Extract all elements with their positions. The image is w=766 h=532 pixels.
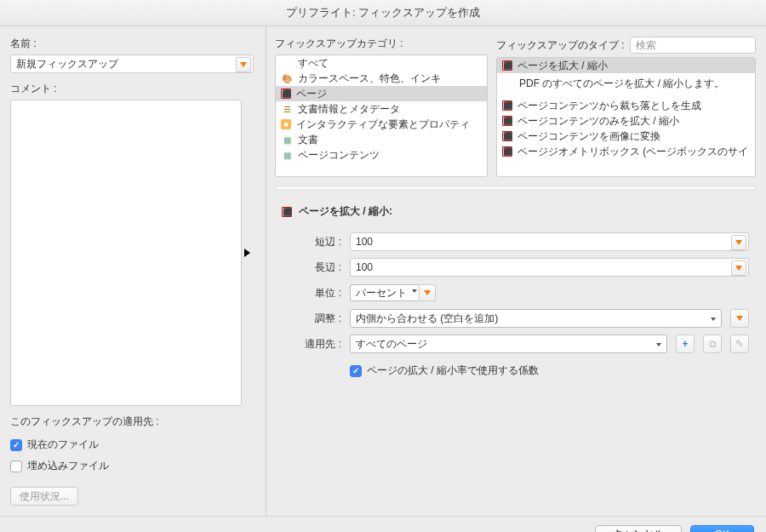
checkbox-icon [350,365,362,377]
category-list[interactable]: すべて 🎨カラースペース、特色、インキ ⬛ページ ☰文書情報とメタデータ ■イン… [275,54,488,177]
chevron-down-icon[interactable] [730,309,749,328]
pdf-icon: ⬛ [281,89,291,99]
pdf-icon: ⬛ [282,207,292,217]
caret-icon [412,289,417,293]
svg-marker-7 [424,290,431,295]
list-item[interactable]: ⬛ページコンテンツのみを拡大 / 縮小 [497,113,755,129]
svg-marker-5 [735,240,742,245]
name-value: 新規フィックスアップ [16,57,118,72]
apply-to-label: このフィックスアップの適用先 : [10,415,254,429]
list-item[interactable]: すべて [276,55,487,71]
checkbox-embedded-file[interactable]: 埋め込みファイル [10,459,254,473]
unit-dropdown[interactable]: パーセント [350,283,436,302]
svg-marker-1 [244,249,250,257]
checkbox-current-file[interactable]: 現在のファイル [10,438,254,452]
short-edge-label: 短辺 : [299,235,341,249]
divider-handle[interactable] [275,184,756,192]
name-dropdown[interactable]: 新規フィックスアップ [10,54,254,73]
page-content-icon: ▦ [281,149,293,161]
usage-button[interactable]: 使用状況... [10,487,78,506]
list-item[interactable]: ☰文書情報とメタデータ [276,101,487,117]
copy-button: ⧉ [703,335,722,353]
unit-label: 単位 : [299,286,341,300]
short-edge-input[interactable]: 100 [350,232,749,251]
window-title: プリフライト: フィックスアップを作成 [0,0,766,26]
comment-textarea[interactable] [10,100,242,406]
list-item[interactable]: ⬛ページジオメトリボックス (ページボックスのサイ [497,144,755,159]
chevron-down-icon[interactable] [419,284,436,301]
chevron-down-icon[interactable] [731,260,746,276]
category-label: フィックスアップカテゴリ : [275,37,488,51]
cancel-button[interactable]: キャンセル [595,525,682,533]
list-item[interactable]: ▦文書 [276,132,487,147]
list-item[interactable]: ⬛ページコンテンツから裁ち落としを生成 [497,98,755,113]
add-button[interactable]: + [676,335,695,353]
type-label: フィックスアップのタイプ : [496,38,625,53]
interactive-icon: ■ [281,119,291,129]
list-item[interactable]: ▦ページコンテンツ [276,147,487,163]
all-icon [281,57,293,69]
edit-button: ✎ [730,335,749,353]
form-title: ページを拡大 / 縮小: [299,204,392,219]
pdf-icon: ⬛ [502,100,512,111]
document-icon: ▦ [281,134,293,146]
apply-to-label: 適用先 : [299,337,341,352]
pdf-icon: ⬛ [502,116,512,126]
pdf-icon: ⬛ [502,60,512,71]
type-list[interactable]: ⬛ページを拡大 / 縮小 PDF のすべてのページを拡大 / 縮小します。 ⬛ペ… [496,57,756,177]
svg-marker-8 [736,316,743,321]
adjust-dropdown[interactable]: 内側から合わせる (空白を追加) [350,309,722,328]
list-item[interactable]: ⬛ページ [276,86,487,101]
long-edge-input[interactable]: 100 [350,258,749,277]
expand-icon[interactable] [242,247,254,259]
metadata-icon: ☰ [281,103,293,115]
pdf-icon: ⬛ [502,131,512,141]
adjust-label: 調整 : [299,312,341,326]
chevron-down-icon[interactable] [236,57,251,72]
list-item[interactable]: 🎨カラースペース、特色、インキ [276,71,487,86]
pdf-icon: ⬛ [502,146,512,157]
color-icon: 🎨 [281,72,293,84]
checkbox-icon [10,439,22,451]
svg-marker-6 [735,266,742,271]
list-item[interactable]: ⬛ページを拡大 / 縮小 [497,58,755,73]
name-label: 名前 : [10,37,254,51]
list-item[interactable]: ■インタラクティブな要素とプロパティ [276,117,487,132]
checkbox-icon [10,460,22,472]
list-item[interactable]: ⬛ページコンテンツを画像に変換 [497,129,755,144]
type-description: PDF のすべてのページを拡大 / 縮小します。 [497,73,755,98]
apply-to-dropdown[interactable]: すべてのページ [350,335,667,353]
svg-marker-0 [240,62,247,67]
long-edge-label: 長辺 : [299,260,341,275]
search-input[interactable]: 検索 [630,37,756,54]
chevron-down-icon[interactable] [731,235,746,250]
checkbox-scale-factor[interactable]: ページの拡大 / 縮小率で使用する係数 [350,363,539,378]
comment-label: コメント : [10,82,254,96]
ok-button[interactable]: OK [690,525,754,533]
